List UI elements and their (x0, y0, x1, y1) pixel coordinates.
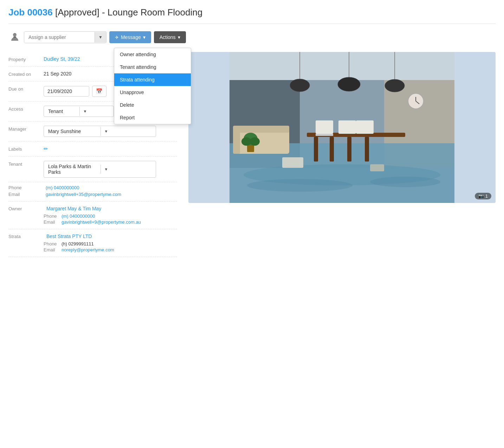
toolbar: ▼ ✈ Message ▾ Actions ▾ Owner attending … (8, 31, 496, 44)
labels-field: Labels ✏ (8, 141, 177, 157)
menu-item-report[interactable]: Report (114, 111, 191, 124)
svg-point-0 (13, 33, 17, 37)
strata-email-row: Email noreply@propertyme.com (44, 247, 177, 252)
svg-rect-23 (356, 120, 374, 134)
manager-field: Manager Mary Sunshine ▼ (8, 121, 177, 141)
camera-small-icon: 📷 (478, 193, 484, 199)
svg-point-29 (385, 79, 405, 92)
tenant-contact-block: Phone (m) 0400000000 Email gavinbrightwe… (8, 182, 177, 202)
actions-button[interactable]: Actions ▾ (154, 31, 186, 43)
access-value: Tenant (44, 106, 79, 117)
tenant-email-row: Email gavinbrightwell+35@propertyme.com (8, 192, 177, 197)
svg-rect-19 (347, 137, 351, 162)
right-panel: 📷 1 (188, 52, 496, 257)
message-button[interactable]: ✈ Message ▾ (109, 31, 151, 43)
svg-rect-16 (314, 137, 318, 162)
tenant-phone-label: Phone (8, 185, 44, 190)
menu-item-tenant-attending[interactable]: Tenant attending (114, 61, 191, 73)
svg-point-14 (370, 177, 440, 187)
owner-email-label: Email (44, 219, 59, 225)
actions-dropdown-menu: Owner attending Tenant attending Strata … (114, 48, 191, 124)
manager-caret-icon[interactable]: ▼ (101, 127, 156, 136)
owner-email-row: Email gavinbrightwell+9@propertyme.com.a… (44, 219, 177, 225)
tenant-label: Tenant (8, 161, 44, 167)
svg-point-41 (250, 137, 260, 146)
tenant-phone-value[interactable]: (m) 0400000000 (46, 185, 79, 190)
svg-point-40 (241, 137, 251, 146)
tenant-email-value[interactable]: gavinbrightwell+35@propertyme.com (46, 192, 121, 197)
strata-value[interactable]: Best Strata PTY LTD (46, 233, 92, 239)
owner-email-value[interactable]: gavinbrightwell+9@propertyme.com.au (62, 219, 141, 225)
svg-rect-20 (316, 120, 333, 134)
supplier-icon (8, 31, 21, 44)
svg-rect-31 (233, 126, 289, 133)
owner-sub-fields: Phone (m) 0400000000 Email gavinbrightwe… (8, 213, 177, 225)
due-date-input-group: 📅 (44, 86, 106, 97)
menu-item-owner-attending[interactable]: Owner attending (114, 48, 191, 61)
strata-name-row: Strata Best Strata PTY LTD (8, 233, 177, 239)
owner-value[interactable]: Margaret May & Tim May (46, 206, 101, 211)
tenant-select[interactable]: Lola Parks & Martin Parks ▼ (44, 161, 156, 178)
strata-block: Strata Best Strata PTY LTD Phone (h) 029… (8, 229, 177, 257)
tenant-field: Tenant Lola Parks & Martin Parks ▼ (8, 157, 177, 182)
svg-rect-34 (370, 164, 384, 171)
strata-phone-row: Phone (h) 0299991111 (44, 241, 177, 246)
tenant-email-label: Email (8, 192, 44, 197)
manager-label: Manager (8, 126, 44, 132)
owner-block: Owner Margaret May & Tim May Phone (m) 0… (8, 202, 177, 229)
calendar-button[interactable]: 📅 (92, 86, 106, 97)
strata-phone-label: Phone (44, 241, 59, 246)
svg-rect-21 (316, 134, 333, 136)
svg-rect-7 (230, 52, 454, 80)
menu-item-unapprove[interactable]: Unapprove (114, 86, 191, 99)
tenant-value: Lola Parks & Martin Parks (44, 161, 101, 177)
strata-label: Strata (8, 234, 44, 239)
strata-sub-fields: Phone (h) 0299991111 Email noreply@prope… (8, 241, 177, 252)
owner-phone-value[interactable]: (m) 0400000000 (62, 213, 95, 219)
actions-caret-icon: ▾ (178, 34, 180, 40)
menu-item-delete[interactable]: Delete (114, 99, 191, 111)
owner-phone-label: Phone (44, 213, 59, 219)
svg-point-27 (338, 77, 360, 91)
menu-item-strata-attending[interactable]: Strata attending (114, 73, 191, 86)
due-label: Due on (8, 86, 44, 92)
owner-label: Owner (8, 206, 44, 211)
supplier-dropdown-arrow[interactable]: ▼ (95, 32, 106, 42)
content-layout: Property Dudley St, 39/22 Created on 21 … (8, 52, 496, 257)
svg-rect-32 (233, 129, 240, 154)
flood-room-image (188, 52, 496, 203)
access-select[interactable]: Tenant ▼ (44, 106, 114, 117)
strata-phone-value: (h) 0299991111 (62, 241, 94, 246)
created-label: Created on (8, 71, 44, 77)
message-caret-icon: ▾ (143, 34, 146, 40)
access-caret-icon[interactable]: ▼ (79, 107, 114, 116)
manager-value: Mary Sunshine (44, 126, 101, 137)
svg-rect-17 (365, 137, 369, 162)
labels-label: Labels (8, 146, 44, 152)
owner-phone-row: Phone (m) 0400000000 (44, 213, 177, 219)
labels-edit-icon[interactable]: ✏ (44, 146, 48, 152)
owner-name-row: Owner Margaret May & Tim May (8, 206, 177, 211)
svg-rect-33 (282, 157, 303, 168)
svg-rect-18 (330, 137, 334, 162)
strata-email-label: Email (44, 247, 59, 252)
due-date-input[interactable] (44, 86, 89, 97)
svg-point-13 (247, 179, 353, 192)
svg-rect-1 (13, 37, 16, 38)
photo-count: 📷 1 (475, 193, 491, 199)
strata-email-value[interactable]: noreply@propertyme.com (62, 247, 114, 252)
tenant-phone-row: Phone (m) 0400000000 (8, 185, 177, 190)
supplier-select-field[interactable]: ▼ (24, 31, 106, 43)
svg-point-25 (290, 79, 310, 92)
access-label: Access (8, 106, 44, 112)
svg-rect-22 (338, 120, 356, 134)
manager-select[interactable]: Mary Sunshine ▼ (44, 126, 156, 137)
send-icon: ✈ (115, 35, 119, 40)
tenant-caret-icon[interactable]: ▼ (101, 165, 156, 174)
page-title: Job 00036 [Approved] - Lounge Room Flood… (8, 7, 496, 24)
property-label: Property (8, 56, 44, 62)
supplier-input[interactable] (24, 32, 95, 43)
photo-area: 📷 1 (188, 52, 496, 203)
